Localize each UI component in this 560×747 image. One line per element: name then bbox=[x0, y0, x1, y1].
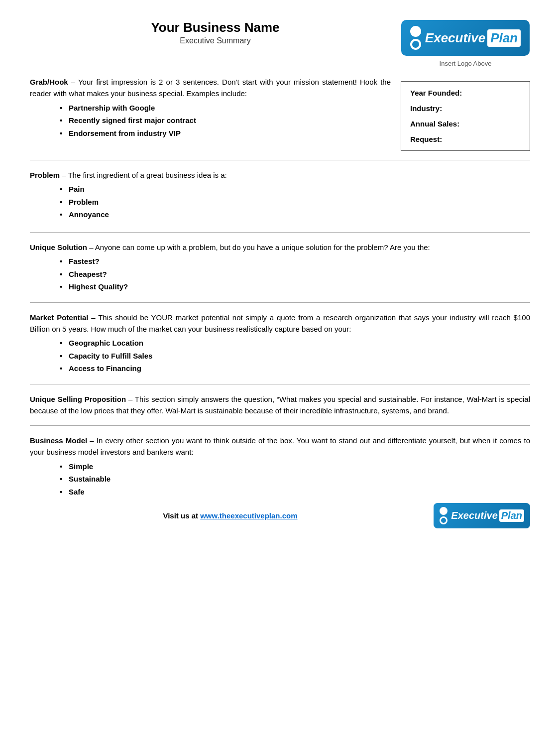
footer-logo-wrapper: Executive Plan bbox=[431, 503, 530, 528]
annual-sales-row: Annual Sales: bbox=[410, 120, 521, 128]
grab-hook-bullet-2: Recently signed first major contract bbox=[60, 114, 391, 127]
logo-text-plan: Plan bbox=[487, 29, 521, 47]
logo-circle-bottom bbox=[410, 39, 421, 50]
info-box-wrapper: Year Founded: Industry: Annual Sales: Re… bbox=[401, 76, 530, 151]
logo-circles bbox=[410, 26, 421, 50]
footer-text: Visit us at www.theexecutiveplan.com bbox=[30, 511, 431, 520]
unique-solution-text: Unique Solution – Anyone can come up wit… bbox=[30, 242, 530, 253]
year-founded-label: Year Founded: bbox=[410, 89, 462, 97]
logo-text-executive: Executive bbox=[425, 30, 485, 46]
unique-solution-body: – Anyone can come up with a problem, but… bbox=[87, 243, 430, 251]
market-potential-section: Market Potential – This should be YOUR m… bbox=[30, 312, 530, 375]
footer-executive-plan-logo: Executive Plan bbox=[434, 503, 530, 528]
business-model-text: Business Model – In every other section … bbox=[30, 435, 530, 458]
business-model-bullet-3: Safe bbox=[60, 486, 530, 498]
unique-solution-bullets: Fastest? Cheapest? Highest Quality? bbox=[60, 255, 530, 293]
market-potential-bullet-3: Access to Financing bbox=[60, 362, 530, 375]
annual-sales-label: Annual Sales: bbox=[410, 120, 459, 128]
problem-bullets: Pain Problem Annoyance bbox=[60, 183, 391, 221]
industry-label: Industry: bbox=[410, 104, 442, 113]
footer-visit-text: Visit us at bbox=[163, 511, 200, 520]
market-potential-text: Market Potential – This should be YOUR m… bbox=[30, 312, 530, 335]
footer-link-text: www.theexecutiveplan.com bbox=[200, 511, 297, 520]
business-model-body: – In every other section you want to thi… bbox=[30, 436, 530, 456]
market-potential-label: Market Potential bbox=[30, 313, 89, 322]
header-right: Executive Plan Insert Logo Above bbox=[401, 20, 530, 67]
grab-hook-body: – Your first impression is 2 or 3 senten… bbox=[30, 78, 391, 98]
divider-3 bbox=[30, 302, 530, 303]
logo-circle-top bbox=[410, 26, 421, 37]
grab-hook-bullets: Partnership with Google Recently signed … bbox=[60, 102, 391, 140]
insert-logo-label: Insert Logo Above bbox=[440, 60, 492, 67]
problem-text: Problem – The first ingredient of a grea… bbox=[30, 169, 391, 181]
footer-logo-text-plan: Plan bbox=[499, 509, 524, 522]
market-potential-bullet-1: Geographic Location bbox=[60, 337, 530, 350]
divider-2 bbox=[30, 232, 530, 233]
unique-selling-text: Unique Selling Proposition – This sectio… bbox=[30, 393, 530, 417]
market-potential-bullet-2: Capacity to Fulfill Sales bbox=[60, 350, 530, 363]
request-row: Request: bbox=[410, 135, 521, 143]
grab-hook-bullet-1: Partnership with Google bbox=[60, 102, 391, 115]
footer-link[interactable]: www.theexecutiveplan.com bbox=[200, 511, 297, 520]
business-model-bullets: Simple Sustainable Safe bbox=[60, 460, 530, 498]
footer: Visit us at www.theexecutiveplan.com Exe… bbox=[30, 503, 530, 528]
top-section: Grab/Hook – Your first impression is 2 o… bbox=[30, 76, 530, 151]
exec-summary-label: Executive Summary bbox=[30, 36, 401, 45]
unique-solution-label: Unique Solution bbox=[30, 243, 87, 251]
unique-selling-section: Unique Selling Proposition – This sectio… bbox=[30, 393, 530, 417]
problem-section: Problem – The first ingredient of a grea… bbox=[30, 169, 391, 223]
divider-4 bbox=[30, 384, 530, 384]
divider-5 bbox=[30, 425, 530, 426]
year-founded-row: Year Founded: bbox=[410, 89, 521, 97]
footer-logo-text-executive: Executive bbox=[451, 510, 497, 521]
executive-plan-logo: Executive Plan bbox=[401, 20, 530, 56]
footer-logo-circles bbox=[440, 507, 448, 524]
unique-solution-bullet-2: Cheapest? bbox=[60, 268, 530, 281]
problem-bullet-1: Pain bbox=[60, 183, 391, 196]
unique-selling-label: Unique Selling Proposition bbox=[30, 395, 126, 403]
grab-hook-text: Grab/Hook – Your first impression is 2 o… bbox=[30, 76, 391, 100]
business-model-label: Business Model bbox=[30, 436, 87, 445]
unique-solution-bullet-1: Fastest? bbox=[60, 255, 530, 268]
business-model-section: Business Model – In every other section … bbox=[30, 435, 530, 498]
business-model-bullet-1: Simple bbox=[60, 460, 530, 473]
business-model-bullet-2: Sustainable bbox=[60, 473, 530, 486]
unique-solution-bullet-3: Highest Quality? bbox=[60, 280, 530, 293]
industry-row: Industry: bbox=[410, 104, 521, 113]
grab-hook-label: Grab/Hook bbox=[30, 78, 68, 86]
market-potential-body: – This should be YOUR market potential n… bbox=[30, 313, 530, 333]
problem-body: – The first ingredient of a great busine… bbox=[60, 171, 227, 179]
grab-hook-bullet-3: Endorsement from industry VIP bbox=[60, 127, 391, 140]
grab-hook-section: Grab/Hook – Your first impression is 2 o… bbox=[30, 76, 391, 141]
problem-section-wrapper: Problem – The first ingredient of a grea… bbox=[30, 169, 530, 223]
problem-bullet-3: Annoyance bbox=[60, 208, 391, 221]
request-label: Request: bbox=[410, 135, 442, 143]
business-name: Your Business Name bbox=[30, 20, 401, 35]
footer-logo-circle-bottom bbox=[440, 516, 448, 524]
problem-label: Problem bbox=[30, 171, 60, 179]
page-header: Your Business Name Executive Summary Exe… bbox=[30, 20, 530, 67]
info-box: Year Founded: Industry: Annual Sales: Re… bbox=[401, 81, 530, 151]
market-potential-bullets: Geographic Location Capacity to Fulfill … bbox=[60, 337, 530, 375]
header-left: Your Business Name Executive Summary bbox=[30, 20, 401, 53]
divider-1 bbox=[30, 160, 530, 160]
problem-bullet-2: Problem bbox=[60, 196, 391, 209]
unique-solution-section: Unique Solution – Anyone can come up wit… bbox=[30, 242, 530, 293]
footer-logo-circle-top bbox=[440, 507, 448, 515]
